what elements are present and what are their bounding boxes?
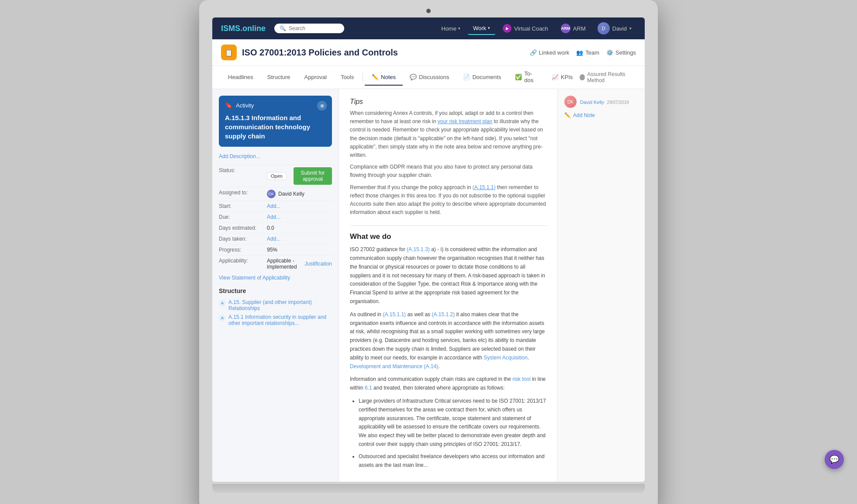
main-nav: Home ▾ Work ▾ ▶ Virtual Coach ARM ARM D: [436, 20, 636, 37]
linked-work-button[interactable]: 🔗 Linked work: [530, 49, 569, 56]
justification-link[interactable]: Justification: [304, 261, 332, 267]
arm-circle-icon: [580, 74, 585, 80]
tab-kpis-label: KPIs: [561, 74, 573, 80]
a15-1-1-ref-link[interactable]: (A.15.1.1): [383, 311, 406, 318]
progress-label: Progress:: [219, 247, 267, 253]
chat-fab-button[interactable]: 💬: [825, 450, 844, 469]
bullet-item-2: Outsourced and specialist freelance deve…: [359, 452, 546, 470]
tips-section: Tips When considering Annex A controls, …: [350, 98, 546, 217]
tab-tools[interactable]: Tools: [334, 69, 361, 86]
tab-structure[interactable]: Structure: [260, 69, 297, 86]
nav-home[interactable]: Home ▾: [436, 23, 466, 35]
tips-paragraph-3: Remember that if you change the policy a…: [350, 183, 546, 217]
search-bar[interactable]: 🔍: [274, 24, 344, 33]
user-avatar: D: [598, 22, 610, 35]
settings-button[interactable]: ⚙️ Settings: [606, 49, 636, 56]
tab-headlines[interactable]: Headlines: [221, 69, 260, 86]
applicability-value: Applicable - implemented Justification: [267, 258, 332, 270]
assigned-row: Assigned to: DK David Kelly: [219, 187, 332, 200]
assigned-avatar: DK: [267, 190, 276, 198]
start-value[interactable]: Add...: [267, 203, 280, 209]
start-label: Start:: [219, 203, 267, 209]
content-paragraph-1: ISO 27002 guidance for (A.15.1.3) a) - i…: [350, 245, 546, 306]
section-6-1-link[interactable]: 6.1: [365, 385, 372, 391]
nav-arm-label: ARM: [573, 25, 586, 32]
due-label: Due:: [219, 214, 267, 220]
arm-label: Assured Results Method: [587, 71, 636, 83]
linked-work-label: Linked work: [539, 49, 569, 56]
nav-virtual-coach[interactable]: ▶ Virtual Coach: [498, 21, 553, 35]
status-row: Status: Open Submit for approval: [219, 165, 332, 187]
activity-card: 🔖 Activity ⊕ A.15.1.3 Information and co…: [219, 96, 332, 147]
tips-paragraph-1: When considering Annex A controls, if yo…: [350, 109, 546, 159]
iso-badge: 📋: [221, 45, 237, 60]
tab-todos-label: To-dos: [524, 70, 538, 83]
tab-structure-label: Structure: [267, 74, 290, 80]
days-taken-row: Days taken: Add...: [219, 233, 332, 244]
bookmark-icon: 🔖: [225, 102, 232, 109]
laptop-camera: [426, 9, 431, 13]
tab-todos[interactable]: ✅ To-dos: [508, 66, 545, 89]
note-user-details: David Kelly 29/07/2019: [580, 98, 629, 106]
tab-documents-label: Documents: [472, 74, 501, 80]
user-dropdown-arrow: ▾: [629, 26, 632, 31]
link-icon: 🔗: [530, 49, 537, 56]
due-value[interactable]: Add...: [267, 214, 280, 220]
title-area: 📋 ISO 27001:2013 Policies and Controls: [221, 45, 398, 60]
content-paragraph-3: Information and communication supply cha…: [350, 375, 546, 393]
tab-notes-label: Notes: [381, 74, 396, 80]
due-row: Due: Add...: [219, 211, 332, 222]
notes-icon: ✏️: [372, 74, 379, 80]
nav-arm[interactable]: ARM ARM: [556, 21, 591, 36]
structure-item-2[interactable]: A A.15.1 Information security in supplie…: [219, 313, 332, 328]
tab-notes[interactable]: ✏️ Notes: [365, 69, 403, 86]
discussions-icon: 💬: [410, 74, 417, 80]
system-acquisition-link[interactable]: System Acquisition, Development and Main…: [350, 355, 529, 369]
submit-for-approval-button[interactable]: Submit for approval: [294, 167, 332, 185]
a15-1-3-link[interactable]: (A.15.1.3): [407, 246, 430, 252]
statement-of-applicability-link[interactable]: View Statement of Applicability: [219, 275, 332, 281]
a15-1-2-link[interactable]: (A.15.1.2): [432, 311, 455, 318]
page-header: 📋 ISO 27001:2013 Policies and Controls 🔗…: [212, 39, 645, 66]
start-row: Start: Add...: [219, 200, 332, 211]
risk-tool-link[interactable]: risk tool: [512, 376, 530, 382]
kpis-icon: 📈: [552, 74, 559, 80]
structure-item-1-label: A.15. Supplier (and other important) Rel…: [228, 299, 332, 311]
main-content: 🔖 Activity ⊕ A.15.1.3 Information and co…: [212, 89, 645, 482]
applicability-label: Applicability:: [219, 258, 267, 264]
search-input[interactable]: [289, 25, 339, 31]
a15-1-1-link[interactable]: (A.15.1.1): [473, 184, 496, 190]
applicability-text: Applicable - implemented: [267, 258, 302, 270]
risk-treatment-link[interactable]: your risk treatment plan: [438, 118, 492, 124]
page-title: ISO 27001:2013 Policies and Controls: [242, 48, 398, 58]
what-we-do-title: What we do: [350, 232, 546, 241]
structure-item-1[interactable]: A A.15. Supplier (and other important) R…: [219, 298, 332, 313]
add-note-button[interactable]: ✏️ Add Note: [564, 112, 638, 118]
team-icon: 👥: [576, 49, 583, 56]
todos-icon: ✅: [515, 74, 522, 80]
add-description-link[interactable]: Add Description...: [219, 153, 332, 159]
assigned-label: Assigned to:: [219, 190, 267, 196]
team-button[interactable]: 👥 Team: [576, 49, 599, 56]
brand-logo[interactable]: ISMS.online: [221, 24, 266, 33]
note-user-name[interactable]: David Kelly: [580, 100, 604, 105]
note-user-avatar: DK: [564, 96, 577, 108]
tab-approval-label: Approval: [304, 74, 327, 80]
structure-section: Structure A A.15. Supplier (and other im…: [219, 287, 332, 328]
tab-discussions-label: Discussions: [419, 74, 449, 80]
tab-discussions[interactable]: 💬 Discussions: [403, 69, 456, 86]
days-taken-value[interactable]: Add...: [267, 236, 280, 242]
tab-tools-label: Tools: [341, 74, 354, 80]
brand-name: ISMS: [221, 24, 240, 33]
tab-approval[interactable]: Approval: [297, 69, 334, 86]
tab-separator: [363, 73, 363, 82]
structure-item-2-icon: A: [219, 314, 226, 321]
activity-settings-icon[interactable]: ⊕: [317, 101, 327, 110]
applicability-row: Applicability: Applicable - implemented …: [219, 255, 332, 272]
nav-work[interactable]: Work ▾: [468, 22, 495, 35]
navbar: ISMS.online 🔍 Home ▾ Work ▾ ▶ Virtual Co…: [212, 17, 645, 39]
tab-documents[interactable]: 📄 Documents: [456, 69, 508, 86]
chat-fab-icon: 💬: [829, 455, 839, 464]
nav-user[interactable]: D David ▾: [593, 20, 636, 37]
tab-kpis[interactable]: 📈 KPIs: [545, 69, 580, 86]
